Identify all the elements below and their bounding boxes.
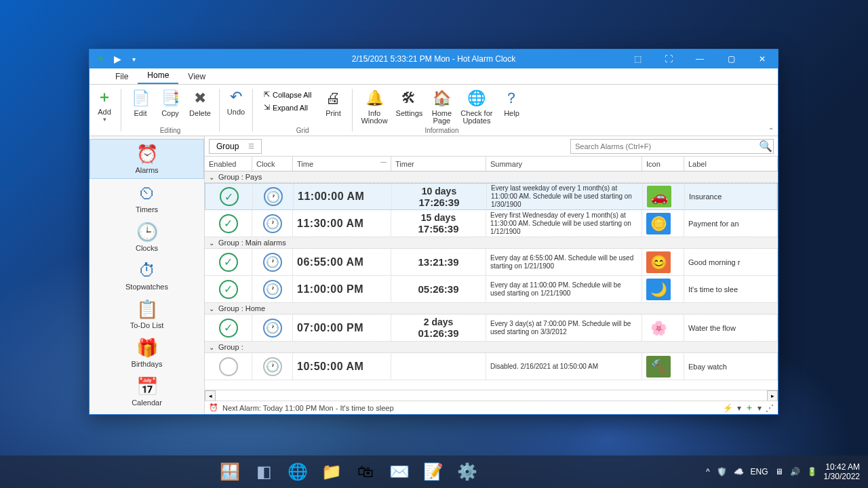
time-value: 11:00:00 PM: [297, 283, 363, 296]
store-icon[interactable]: 🛍: [352, 458, 379, 485]
tab-file[interactable]: File: [106, 69, 138, 84]
col-summary[interactable]: Summary: [486, 157, 642, 171]
table-row[interactable]: ✓ 🕐 06:55:00 AM 13:21:39 Every day at 6:…: [205, 249, 778, 276]
add-status-icon[interactable]: ＋: [745, 402, 753, 413]
enabled-toggle[interactable]: [219, 357, 238, 376]
close-icon[interactable]: ✕: [747, 49, 778, 68]
enabled-toggle[interactable]: ✓: [219, 280, 238, 299]
group-row[interactable]: ⌄Group : Main alarms: [205, 237, 778, 249]
help-button[interactable]: ？ Help: [496, 86, 526, 119]
table-row[interactable]: ✓ 🕐 11:30:00 AM 15 days17:56:39 Every fi…: [205, 210, 778, 237]
col-icon[interactable]: Icon: [642, 157, 684, 171]
table-row[interactable]: ✓ 🕐 11:00:00 PM 05:26:39 Every day at 11…: [205, 276, 778, 303]
qat-play-icon[interactable]: ▶: [111, 53, 123, 65]
taskview-icon[interactable]: ◧: [250, 458, 277, 485]
settings-button[interactable]: 🛠 Settings: [392, 86, 427, 119]
pin-icon[interactable]: ⬚: [622, 49, 653, 68]
col-label[interactable]: Label: [684, 157, 778, 171]
search-input[interactable]: [571, 142, 758, 150]
undo-button[interactable]: ↶ Undo: [221, 85, 251, 136]
timer-value: 13:21:39: [395, 256, 481, 268]
plus-icon: ＋: [94, 86, 115, 108]
copy-button[interactable]: 📑 Copy: [155, 86, 185, 119]
group-dropdown[interactable]: Group ☰: [209, 139, 262, 154]
sidebar-item-timers[interactable]: ⏲ Timers: [90, 179, 204, 218]
app-icon[interactable]: 📝: [420, 458, 447, 485]
maximize-icon[interactable]: ▢: [715, 49, 747, 68]
sidebar-item-clocks[interactable]: 🕒 Clocks: [90, 218, 204, 256]
table-row[interactable]: ✓ 🕐 07:00:00 PM 2 days01:26:39 Every 3 d…: [205, 314, 778, 342]
undo-icon: ↶: [225, 86, 247, 108]
start-icon[interactable]: 🪟: [216, 458, 243, 485]
sidebar-item-stopwatches[interactable]: ⏱ Stopwatches: [90, 256, 204, 295]
chevron-down-icon[interactable]: ▾: [757, 403, 762, 413]
todo-icon: 📋: [136, 299, 158, 320]
time-value: 10:50:00 AM: [297, 361, 363, 373]
table-row[interactable]: 🕐 10:50:00 AM Disabled. 2/16/2021 at 10:…: [205, 353, 778, 380]
volume-icon[interactable]: 🔊: [790, 467, 800, 476]
edit-button[interactable]: 📄 Edit: [125, 86, 155, 119]
weather-icon[interactable]: ☁️: [734, 467, 744, 476]
table-row[interactable]: ✓ 🕐 11:00:00 AM 10 days17:26:39 Every la…: [205, 183, 778, 210]
mail-icon[interactable]: ✉️: [386, 458, 413, 485]
print-button[interactable]: 🖨 Print: [318, 86, 348, 119]
enabled-toggle[interactable]: ✓: [220, 187, 239, 206]
focus-icon[interactable]: ⛶: [653, 49, 684, 68]
home-page-button[interactable]: 🏠 Home Page: [427, 86, 456, 126]
titlebar: ＋ ▶ ▾ 2/15/2021 5:33:21 PM Mon - Hot Ala…: [90, 49, 778, 68]
display-icon[interactable]: 🖥: [775, 467, 783, 476]
clock-face-icon: 🕐: [263, 214, 282, 233]
label-text: It's time to slee: [688, 285, 738, 293]
minimize-icon[interactable]: —: [684, 49, 715, 68]
timer-value: 05:26:39: [395, 283, 481, 295]
group-name: Group : Main alarms: [218, 239, 286, 247]
sidebar-item-todo[interactable]: 📋 To-Do List: [90, 295, 204, 333]
settings-icon[interactable]: ⚙️: [454, 458, 481, 485]
explorer-icon[interactable]: 📁: [318, 458, 345, 485]
group-label-information: Information: [425, 127, 458, 136]
sidebar: ⏰ Alarms ⏲ Timers 🕒 Clocks ⏱ Stopwatches…: [90, 136, 205, 414]
ribbon-collapse-icon[interactable]: ⌃: [768, 127, 774, 134]
chevron-down-icon[interactable]: ▾: [737, 403, 741, 413]
qat-dropdown-icon[interactable]: ▾: [127, 53, 140, 65]
horizontal-scrollbar[interactable]: ◂ ▸: [205, 390, 778, 401]
row-icon: 🌙: [646, 279, 671, 300]
globe-icon: 🌐: [466, 87, 488, 109]
search-icon[interactable]: 🔍: [758, 140, 773, 152]
col-clock[interactable]: Clock: [252, 157, 293, 171]
battery-icon[interactable]: 🔋: [807, 467, 817, 476]
col-enabled[interactable]: Enabled: [205, 157, 252, 171]
group-row[interactable]: ⌄Group :: [205, 342, 778, 353]
resize-grip-icon[interactable]: ⋰: [766, 403, 774, 413]
tab-view[interactable]: View: [178, 69, 215, 84]
taskbar-clock[interactable]: 10:42 AM 1/30/2022: [824, 462, 860, 481]
calendar-icon: 📅: [136, 376, 158, 397]
collapse-all-button[interactable]: ⇱ Collapse All: [261, 89, 314, 100]
delete-button[interactable]: ✖ Delete: [185, 86, 215, 119]
qat-add-icon[interactable]: ＋: [95, 53, 107, 65]
sidebar-item-birthdays[interactable]: 🎁 Birthdays: [90, 333, 204, 372]
enabled-toggle[interactable]: ✓: [219, 253, 238, 272]
summary-text: Every day at 11:00:00 PM. Schedule will …: [490, 281, 637, 298]
tab-home[interactable]: Home: [138, 68, 178, 84]
power-icon[interactable]: ⚡: [723, 403, 733, 413]
col-time[interactable]: Time—: [293, 157, 391, 171]
tray-chevron-icon[interactable]: ^: [706, 467, 710, 476]
help-icon: ？: [500, 87, 522, 109]
check-updates-button[interactable]: 🌐 Check for Updates: [456, 86, 496, 126]
edge-icon[interactable]: 🌐: [284, 458, 311, 485]
col-timer[interactable]: Timer: [391, 157, 486, 171]
enabled-toggle[interactable]: ✓: [219, 214, 238, 233]
sidebar-item-alarms[interactable]: ⏰ Alarms: [90, 139, 204, 179]
info-window-button[interactable]: 🔔 Info Window: [357, 86, 391, 126]
scroll-right-icon[interactable]: ▸: [767, 390, 778, 401]
language-indicator[interactable]: ENG: [751, 467, 768, 476]
add-button[interactable]: ＋ Add ▾: [90, 85, 119, 136]
group-row[interactable]: ⌄Group : Home: [205, 303, 778, 314]
sidebar-item-calendar[interactable]: 📅 Calendar: [90, 372, 204, 411]
group-row[interactable]: ⌄Group : Pays: [205, 171, 778, 183]
security-icon[interactable]: 🛡️: [717, 467, 727, 476]
enabled-toggle[interactable]: ✓: [219, 319, 238, 338]
expand-all-button[interactable]: ⇲ Expand All: [261, 102, 314, 113]
scroll-left-icon[interactable]: ◂: [205, 390, 216, 401]
